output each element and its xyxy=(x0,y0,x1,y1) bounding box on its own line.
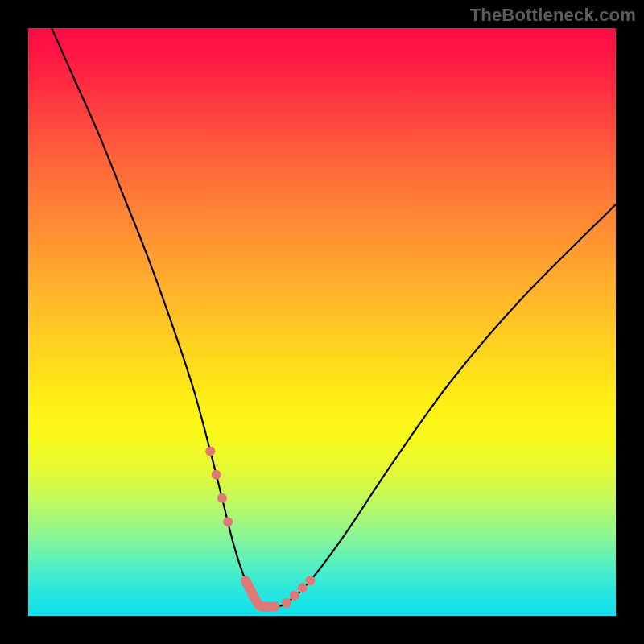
watermark-label: TheBottleneck.com xyxy=(470,5,636,26)
plateau-marker xyxy=(246,580,275,606)
marker-dot xyxy=(205,447,215,456)
chart-frame: TheBottleneck.com xyxy=(0,0,644,644)
marker-dot xyxy=(223,517,233,526)
marker-dot xyxy=(212,470,221,480)
bottleneck-curve-path xyxy=(52,28,616,607)
marker-dot xyxy=(298,583,308,592)
marker-dot xyxy=(290,591,299,601)
plot-area xyxy=(28,28,616,616)
marker-dot xyxy=(217,493,227,503)
marker-dot xyxy=(282,598,291,608)
bottleneck-curve-path-group xyxy=(52,28,616,608)
marker-dot xyxy=(305,576,315,585)
marker-dots xyxy=(205,447,315,608)
bottleneck-curve-svg xyxy=(28,28,616,616)
